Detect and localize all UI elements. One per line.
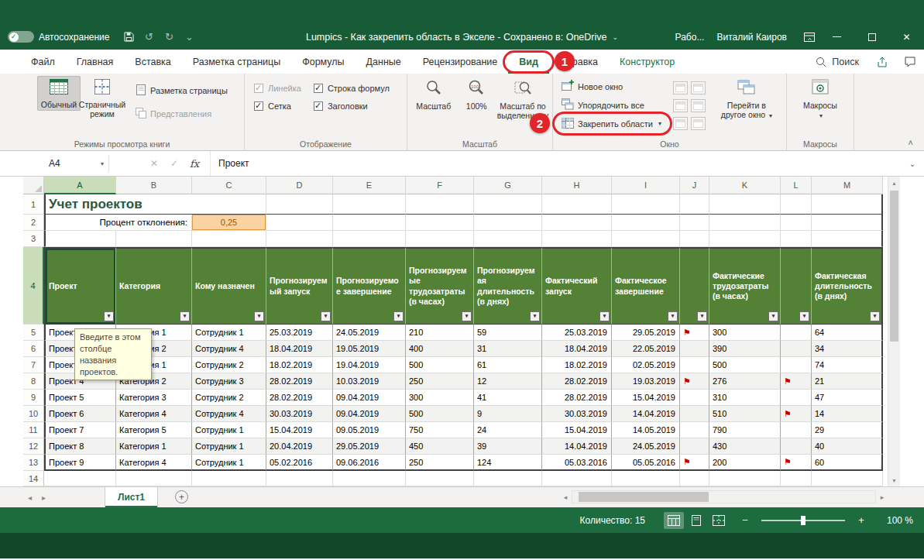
cell[interactable] bbox=[781, 231, 812, 247]
cell[interactable] bbox=[612, 215, 680, 231]
cell[interactable] bbox=[333, 231, 406, 247]
cell[interactable]: Сотрудник 4 bbox=[192, 341, 266, 357]
table-header-cell[interactable]: Прогнозируемая длительность (в днях)▾ bbox=[474, 247, 542, 325]
row-header[interactable]: 9 bbox=[23, 390, 44, 406]
vscroll-down-icon[interactable]: ▾ bbox=[888, 474, 900, 486]
cell[interactable]: Проект 9 bbox=[44, 455, 116, 471]
cell[interactable]: 12 bbox=[474, 373, 542, 390]
zoom-slider-thumb[interactable] bbox=[801, 516, 805, 525]
cell[interactable] bbox=[812, 471, 883, 486]
cell[interactable] bbox=[781, 215, 812, 231]
cell[interactable]: 250 bbox=[406, 373, 474, 390]
save-button[interactable] bbox=[119, 24, 139, 50]
cell[interactable]: 18.02.2019 bbox=[266, 357, 333, 373]
cell[interactable]: 20.04.2019 bbox=[266, 438, 333, 455]
cell[interactable]: 34 bbox=[812, 341, 883, 357]
zoom-slider[interactable] bbox=[761, 520, 845, 521]
cell[interactable]: 300 bbox=[406, 390, 474, 406]
filter-button[interactable]: ▾ bbox=[530, 311, 540, 321]
column-header[interactable]: I bbox=[612, 177, 680, 194]
cell[interactable]: 09.04.2019 bbox=[333, 406, 406, 422]
tab-home[interactable]: Главная bbox=[66, 50, 125, 74]
synchronous-scrolling-button[interactable] bbox=[691, 99, 706, 112]
split-button[interactable] bbox=[673, 81, 688, 94]
cell[interactable]: Категория 4 bbox=[116, 455, 192, 471]
cell[interactable] bbox=[812, 215, 883, 231]
cell[interactable]: 790 bbox=[709, 422, 781, 438]
ribbon-display-options-button[interactable] bbox=[799, 24, 819, 50]
cell[interactable]: 15.04.2019 bbox=[612, 390, 680, 406]
cell[interactable]: 15.04.2019 bbox=[542, 422, 612, 438]
cell[interactable]: 18.04.2019 bbox=[266, 341, 333, 357]
cell[interactable]: ⚑ bbox=[680, 325, 709, 341]
sheet-nav-right-icon[interactable]: ▸ bbox=[42, 487, 46, 507]
cell[interactable] bbox=[44, 471, 116, 486]
table-header-cell[interactable]: Кому назначен▾ bbox=[192, 247, 266, 325]
row-header[interactable]: 1 bbox=[23, 194, 44, 215]
cell[interactable]: 41 bbox=[474, 390, 542, 406]
cell[interactable]: 500 bbox=[709, 357, 781, 373]
cell[interactable]: Категория 1 bbox=[116, 438, 192, 455]
cell[interactable] bbox=[680, 215, 709, 231]
cell[interactable] bbox=[781, 194, 812, 215]
cell[interactable] bbox=[116, 471, 192, 486]
cell[interactable]: 64 bbox=[812, 325, 883, 341]
tab-file[interactable]: Файл bbox=[20, 50, 66, 74]
cell[interactable] bbox=[680, 390, 709, 406]
cell[interactable] bbox=[680, 341, 709, 357]
insert-function-button[interactable]: fx bbox=[185, 158, 204, 170]
column-header[interactable]: M bbox=[812, 177, 883, 194]
cell[interactable]: Категория 4 bbox=[116, 406, 192, 422]
cell[interactable] bbox=[406, 471, 474, 486]
cell[interactable]: 390 bbox=[709, 341, 781, 357]
vscroll-up-icon[interactable]: ▴ bbox=[888, 177, 900, 189]
cell[interactable]: Категория 3 bbox=[116, 390, 192, 406]
tab-formulas[interactable]: Формулы bbox=[291, 50, 355, 74]
row-header[interactable]: 6 bbox=[23, 341, 44, 357]
cell[interactable]: 28.02.2019 bbox=[542, 373, 612, 390]
cell[interactable] bbox=[542, 471, 612, 486]
cell[interactable]: 200 bbox=[709, 455, 781, 471]
page-layout-view-button[interactable]: Разметка страницы bbox=[132, 82, 232, 98]
column-header[interactable]: J bbox=[680, 177, 709, 194]
tab-view[interactable]: Вид bbox=[508, 50, 549, 74]
cell[interactable] bbox=[612, 231, 680, 247]
column-header[interactable]: E bbox=[333, 177, 406, 194]
hscroll-track[interactable] bbox=[572, 490, 876, 503]
column-header[interactable]: K bbox=[709, 177, 781, 194]
cell[interactable]: 05.05.2016 bbox=[612, 455, 680, 471]
autosave-toggle[interactable]: ✓ Автосохранение bbox=[8, 31, 109, 43]
table-header-cell[interactable]: Фактическое завершение▾ bbox=[612, 247, 680, 325]
cell[interactable]: 500 bbox=[406, 357, 474, 373]
filter-button[interactable]: ▾ bbox=[697, 311, 707, 321]
cell[interactable] bbox=[116, 231, 192, 247]
cell[interactable]: 09.05.2019 bbox=[333, 422, 406, 438]
table-header-cell[interactable]: Проект▾ bbox=[44, 247, 116, 325]
cell[interactable] bbox=[333, 215, 406, 231]
toggle-pill[interactable]: ✓ bbox=[8, 31, 34, 43]
tab-review[interactable]: Рецензирование bbox=[412, 50, 509, 74]
cell[interactable] bbox=[266, 215, 333, 231]
cell[interactable] bbox=[709, 231, 781, 247]
share-icon[interactable] bbox=[868, 50, 896, 74]
table-header-cell[interactable]: Прогнозируемый запуск▾ bbox=[266, 247, 333, 325]
cell[interactable] bbox=[542, 194, 612, 215]
column-header[interactable]: G bbox=[474, 177, 542, 194]
cell[interactable]: 9 bbox=[474, 406, 542, 422]
zoom-100-button[interactable]: 100 100% bbox=[455, 76, 499, 112]
cell[interactable]: Сотрудник 1 bbox=[192, 455, 266, 471]
cell[interactable] bbox=[781, 471, 812, 486]
cell[interactable] bbox=[44, 231, 116, 247]
redo-button[interactable]: ↻ bbox=[159, 24, 179, 50]
cell[interactable]: 60 bbox=[812, 455, 883, 471]
cell[interactable]: Категория 5 bbox=[116, 422, 192, 438]
cell[interactable] bbox=[680, 406, 709, 422]
titlebar-truncated-item[interactable]: Рабо... bbox=[675, 32, 705, 43]
cell[interactable]: 09.06.2016 bbox=[333, 455, 406, 471]
tab-design[interactable]: Конструктор bbox=[609, 50, 685, 74]
cell[interactable] bbox=[781, 422, 812, 438]
cell[interactable] bbox=[406, 194, 474, 215]
cell[interactable]: 25.03.2019 bbox=[542, 325, 612, 341]
page-break-preview-button[interactable]: Страничный режим bbox=[81, 76, 124, 120]
status-page-layout-view-button[interactable] bbox=[686, 512, 706, 529]
